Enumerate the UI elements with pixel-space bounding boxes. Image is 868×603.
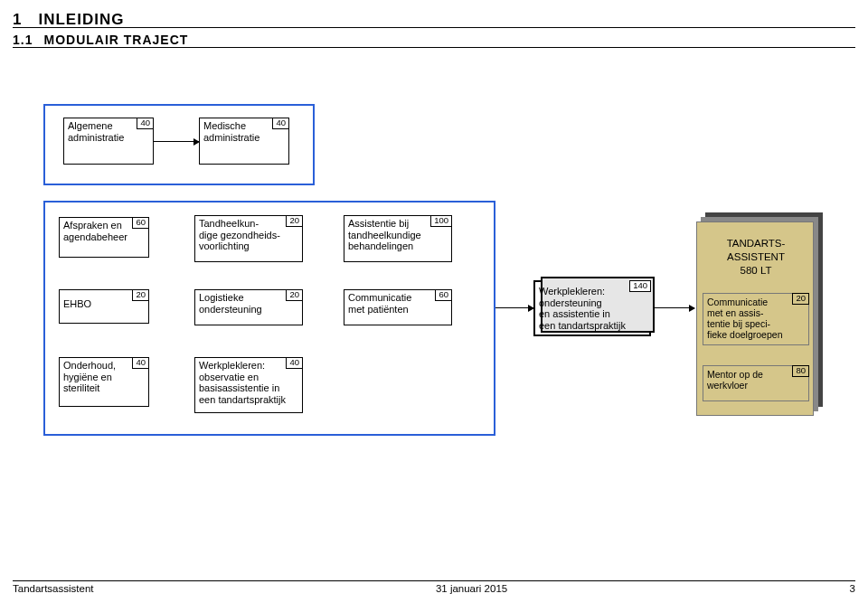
- module-logistieke-ondersteuning: Logistieke ondersteuning 20: [194, 289, 303, 325]
- module-algemene-administratie: Algemene administratie 40: [63, 118, 154, 165]
- hours-badge: 60: [132, 217, 149, 229]
- section-number-title: INLEIDING: [13, 11, 124, 29]
- footer-left: Tandartsassistent: [13, 583, 94, 594]
- target-box-mentor: Mentor op de werkvloer 80: [703, 365, 809, 401]
- module-werkplekleren-ondersteuning: Werkplekleren: ondersteuning en assisten…: [533, 280, 651, 336]
- module-afspraken: Afspraken en agendabeheer 60: [59, 217, 149, 258]
- hours-badge: 20: [286, 289, 303, 301]
- module-label: Communicatie met en assis- tentie bij sp…: [707, 297, 782, 340]
- target-qualification-panel: TANDARTS- ASSISTENT 580 LT Communicatie …: [696, 212, 823, 416]
- arrow-icon: [495, 307, 533, 308]
- footer-center: 31 januari 2015: [436, 583, 507, 594]
- hours-badge: 20: [132, 289, 149, 301]
- module-assistentie-behandelingen: Assistentie bij tandheelkundige behandel…: [344, 215, 452, 262]
- hours-badge: 20: [792, 293, 809, 305]
- arrow-icon: [651, 307, 694, 308]
- module-label: Tandheelkun- dige gezondheids- voorlicht…: [199, 218, 280, 251]
- module-tandheelkundige-voorlichting: Tandheelkun- dige gezondheids- voorlicht…: [194, 215, 303, 262]
- divider: [13, 27, 855, 28]
- hours-badge: 80: [792, 365, 809, 377]
- module-label: Mentor op de werkvloer: [707, 369, 763, 391]
- stack-front: TANDARTS- ASSISTENT 580 LT Communicatie …: [696, 221, 814, 416]
- module-onderhoud: Onderhoud, hygiëne en steriliteit 40: [59, 357, 149, 407]
- module-label: Assistentie bij tandheelkundige behandel…: [348, 218, 421, 251]
- hours-badge: 40: [286, 357, 303, 369]
- module-label: Logistieke ondersteuning: [199, 292, 262, 315]
- arrow-icon: [154, 141, 199, 142]
- hours-badge: 20: [286, 215, 303, 227]
- module-label: Werkplekleren: observatie en basisassist…: [199, 360, 286, 405]
- module-label: Communicatie met patiënten: [348, 292, 411, 315]
- target-box-communicatie-doelgroepen: Communicatie met en assis- tentie bij sp…: [703, 293, 809, 345]
- hours-badge: 60: [435, 289, 452, 301]
- module-ehbo: EHBO 20: [59, 289, 149, 324]
- module-medische-administratie: Medische administratie 40: [199, 118, 289, 165]
- divider: [13, 47, 855, 48]
- module-label: EHBO: [63, 292, 91, 310]
- subsection-title: MODULAIR TRAJECT: [13, 33, 188, 47]
- hours-badge: 100: [430, 215, 452, 227]
- hours-badge: 40: [137, 118, 154, 129]
- module-label: Werkplekleren: ondersteuning en assisten…: [539, 286, 626, 331]
- module-werkplekleren-observatie: Werkplekleren: observatie en basisassist…: [194, 357, 303, 413]
- module-label: Afspraken en agendabeheer: [63, 220, 127, 242]
- module-label: Onderhoud, hygiëne en steriliteit: [63, 360, 116, 393]
- hours-badge: 140: [629, 280, 651, 292]
- hours-badge: 40: [272, 118, 289, 129]
- page-footer: Tandartsassistent 31 januari 2015 3: [13, 580, 855, 594]
- target-title: TANDARTS- ASSISTENT 580 LT: [697, 237, 815, 278]
- module-communicatie-patienten: Communicatie met patiënten 60: [344, 289, 452, 325]
- hours-badge: 40: [132, 357, 149, 369]
- module-label: Medische administratie: [203, 120, 259, 143]
- module-label: Algemene administratie: [68, 120, 124, 143]
- footer-right: 3: [850, 583, 855, 594]
